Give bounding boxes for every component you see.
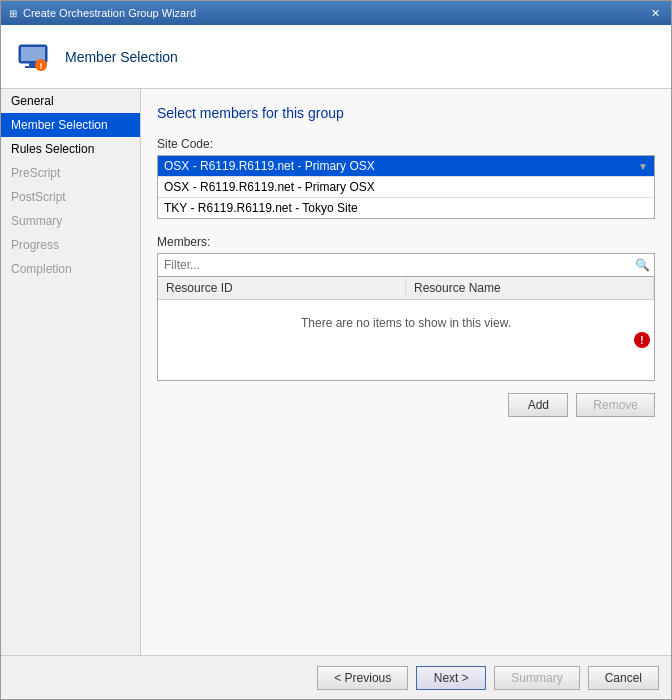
column-resource-name: Resource Name: [406, 277, 654, 299]
footer: < Previous Next > Summary Cancel: [1, 655, 671, 699]
sidebar-item-summary[interactable]: Summary: [1, 209, 140, 233]
filter-input[interactable]: [162, 256, 635, 274]
previous-button[interactable]: < Previous: [317, 666, 408, 690]
svg-text:!: !: [40, 61, 43, 71]
next-button[interactable]: Next >: [416, 666, 486, 690]
members-label: Members:: [157, 235, 655, 249]
summary-button[interactable]: Summary: [494, 666, 579, 690]
window-title: Create Orchestration Group Wizard: [23, 7, 196, 19]
title-bar: ⊞ Create Orchestration Group Wizard ✕: [1, 1, 671, 25]
close-button[interactable]: ✕: [647, 5, 663, 21]
filter-box: 🔍: [157, 253, 655, 276]
sidebar-item-completion[interactable]: Completion: [1, 257, 140, 281]
table-header: Resource ID Resource Name: [158, 277, 654, 300]
sidebar: General Member Selection Rules Selection…: [1, 89, 141, 655]
empty-message: There are no items to show in this view.: [158, 300, 654, 346]
members-section: Members: 🔍 Resource ID Resource Name The…: [157, 235, 655, 417]
sidebar-item-prescript[interactable]: PreScript: [1, 161, 140, 185]
sidebar-item-member-selection[interactable]: Member Selection: [1, 113, 140, 137]
site-code-label: Site Code:: [157, 137, 655, 151]
table-body: There are no items to show in this view.…: [158, 300, 654, 380]
content-area: General Member Selection Rules Selection…: [1, 89, 671, 655]
header-section: ! Member Selection: [1, 25, 671, 89]
site-code-container: OSX - R6119.R6119.net - Primary OSX ▼ OS…: [157, 155, 655, 219]
panel-title: Select members for this group: [157, 105, 655, 121]
dropdown-arrow-icon: ▼: [638, 161, 648, 172]
add-button[interactable]: Add: [508, 393, 568, 417]
sidebar-item-rules-selection[interactable]: Rules Selection: [1, 137, 140, 161]
members-table: Resource ID Resource Name There are no i…: [157, 276, 655, 381]
site-code-option-1[interactable]: OSX - R6119.R6119.net - Primary OSX: [158, 176, 654, 197]
site-code-selected-text: OSX - R6119.R6119.net - Primary OSX: [164, 159, 375, 173]
remove-button[interactable]: Remove: [576, 393, 655, 417]
svg-rect-1: [21, 47, 45, 61]
action-buttons: Add Remove: [157, 393, 655, 417]
column-resource-id: Resource ID: [158, 277, 406, 299]
title-bar-left: ⊞ Create Orchestration Group Wizard: [9, 7, 196, 19]
main-panel: Select members for this group Site Code:…: [141, 89, 671, 655]
wizard-window: ⊞ Create Orchestration Group Wizard ✕ ! …: [0, 0, 672, 700]
site-code-selected[interactable]: OSX - R6119.R6119.net - Primary OSX ▼: [158, 156, 654, 176]
sidebar-item-general[interactable]: General: [1, 89, 140, 113]
sidebar-item-progress[interactable]: Progress: [1, 233, 140, 257]
search-icon: 🔍: [635, 258, 650, 272]
cancel-button[interactable]: Cancel: [588, 666, 659, 690]
header-title: Member Selection: [65, 49, 178, 65]
site-code-group: Site Code: OSX - R6119.R6119.net - Prima…: [157, 137, 655, 219]
sidebar-item-postscript[interactable]: PostScript: [1, 185, 140, 209]
wizard-icon: !: [13, 37, 53, 77]
window-icon: ⊞: [9, 8, 17, 19]
site-code-option-2[interactable]: TKY - R6119.R6119.net - Tokyo Site: [158, 197, 654, 218]
error-icon: !: [634, 332, 650, 348]
